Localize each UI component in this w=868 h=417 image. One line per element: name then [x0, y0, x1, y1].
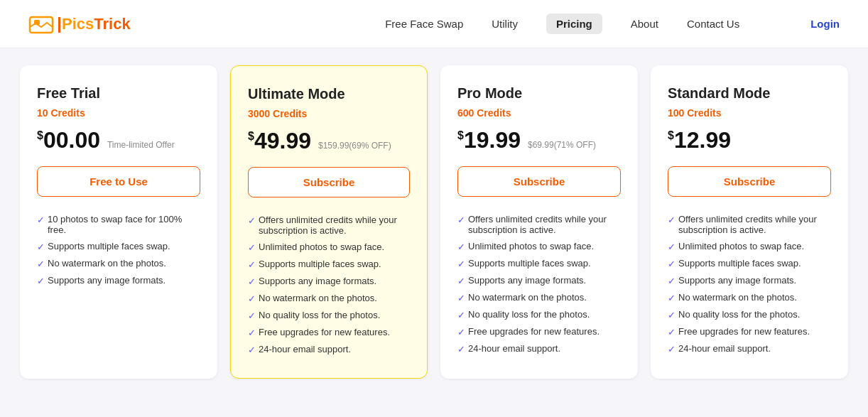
- nav-link-pricing[interactable]: Pricing: [546, 13, 602, 34]
- feature-item: ✓ Supports multiple faces swap.: [668, 258, 831, 269]
- feature-item: ✓ No quality loss for the photos.: [457, 309, 621, 320]
- feature-item: ✓ No quality loss for the photos.: [248, 310, 410, 321]
- check-icon: ✓: [248, 242, 256, 253]
- logo-trick: Trick: [94, 15, 130, 33]
- nav-link-contact[interactable]: Contact Us: [687, 18, 739, 30]
- plan-card-free-trial: Free Trial 10 Credits $00.00 Time-limite…: [20, 65, 217, 379]
- feature-item: ✓ 24-hour email support.: [668, 343, 831, 354]
- feature-text: No quality loss for the photos.: [678, 309, 800, 320]
- feature-text: Supports multiple faces swap.: [259, 259, 381, 269]
- feature-item: ✓ Supports any image formats.: [37, 275, 200, 286]
- nav-link-utility[interactable]: Utility: [492, 18, 518, 30]
- check-icon: ✓: [668, 259, 676, 269]
- feature-item: ✓ No quality loss for the photos.: [668, 309, 831, 320]
- plan-title: Standard Mode: [668, 85, 831, 102]
- feature-text: Supports any image formats.: [678, 275, 796, 286]
- check-icon: ✓: [248, 215, 256, 226]
- plan-price-row: $00.00 Time-limited Offer: [37, 127, 200, 153]
- plan-card-pro-mode: Pro Mode 600 Credits $19.99 $69.99(71% O…: [440, 65, 638, 379]
- nav-item-utility[interactable]: Utility: [492, 18, 518, 31]
- plan-price: $12.99: [668, 127, 731, 153]
- feature-text: Free upgrades for new features.: [468, 326, 600, 337]
- plan-title: Free Trial: [37, 85, 200, 102]
- plan-title: Pro Mode: [457, 85, 621, 102]
- plan-features: ✓ Offers unlimited credits while your su…: [248, 215, 410, 355]
- price-note: Time-limited Offer: [107, 140, 175, 150]
- plan-credits: 10 Credits: [37, 107, 200, 119]
- nav-item-pricing[interactable]: Pricing: [546, 18, 602, 31]
- feature-item: ✓ Offers unlimited credits while your su…: [248, 215, 410, 236]
- feature-text: Supports multiple faces swap.: [678, 258, 801, 269]
- plan-card-standard-mode: Standard Mode 100 Credits $12.99 Subscri…: [651, 65, 848, 379]
- feature-text: Offers unlimited credits while your subs…: [678, 214, 831, 235]
- feature-text: 24-hour email support.: [259, 344, 351, 354]
- feature-item: ✓ Supports multiple faces swap.: [37, 241, 200, 252]
- nav-item-about[interactable]: About: [631, 18, 658, 31]
- check-icon: ✓: [668, 310, 676, 320]
- plan-features: ✓ Offers unlimited credits while your su…: [457, 214, 621, 354]
- check-icon: ✓: [248, 259, 256, 270]
- nav-menu: Free Face Swap Utility Pricing About Con…: [385, 18, 840, 31]
- feature-item: ✓ 24-hour email support.: [248, 344, 410, 355]
- original-price: $159.99(69% OFF): [318, 141, 391, 151]
- feature-item: ✓ Supports any image formats.: [248, 276, 410, 287]
- feature-text: 10 photos to swap face for 100% free.: [48, 214, 200, 235]
- feature-item: ✓ Free upgrades for new features.: [248, 327, 410, 338]
- feature-item: ✓ 10 photos to swap face for 100% free.: [37, 214, 200, 235]
- feature-text: Supports any image formats.: [468, 275, 586, 286]
- feature-text: Supports multiple faces swap.: [468, 258, 591, 269]
- plan-price: $19.99: [457, 127, 521, 153]
- check-icon: ✓: [668, 344, 676, 354]
- check-icon: ✓: [668, 242, 676, 252]
- feature-item: ✓ No watermark on the photos.: [37, 258, 200, 269]
- check-icon: ✓: [248, 276, 256, 287]
- check-icon: ✓: [457, 276, 465, 286]
- plan-credits: 100 Credits: [668, 107, 831, 119]
- feature-text: Free upgrades for new features.: [678, 326, 810, 337]
- feature-text: No watermark on the photos.: [468, 292, 587, 303]
- nav-link-free-face-swap[interactable]: Free Face Swap: [385, 18, 463, 30]
- subscribe-button[interactable]: Subscribe: [668, 166, 831, 197]
- plan-features: ✓ 10 photos to swap face for 100% free. …: [37, 214, 200, 286]
- check-icon: ✓: [457, 259, 465, 269]
- check-icon: ✓: [37, 276, 45, 286]
- feature-item: ✓ Supports multiple faces swap.: [457, 258, 621, 269]
- feature-text: No quality loss for the photos.: [468, 309, 590, 320]
- feature-text: Offers unlimited credits while your subs…: [259, 215, 410, 236]
- check-icon: ✓: [248, 327, 256, 338]
- feature-text: No watermark on the photos.: [259, 293, 377, 303]
- subscribe-button[interactable]: Subscribe: [457, 166, 621, 197]
- feature-text: No watermark on the photos.: [678, 292, 797, 303]
- feature-item: ✓ Offers unlimited credits while your su…: [668, 214, 831, 235]
- feature-item: ✓ 24-hour email support.: [457, 343, 621, 354]
- nav-item-login[interactable]: Login: [768, 18, 840, 31]
- feature-item: ✓ Unlimited photos to swap face.: [457, 241, 621, 252]
- feature-text: Unlimited photos to swap face.: [468, 241, 594, 251]
- plan-credits: 3000 Credits: [248, 108, 410, 119]
- check-icon: ✓: [248, 293, 256, 304]
- check-icon: ✓: [37, 242, 45, 252]
- nav-link-login[interactable]: Login: [810, 18, 840, 30]
- main-content: Free Trial 10 Credits $00.00 Time-limite…: [0, 48, 868, 396]
- feature-text: 24-hour email support.: [678, 343, 771, 354]
- nav-item-contact[interactable]: Contact Us: [687, 18, 739, 31]
- feature-text: No watermark on the photos.: [48, 258, 166, 269]
- logo[interactable]: PicsTrick: [28, 14, 131, 34]
- plan-card-ultimate-mode: Ultimate Mode 3000 Credits $49.99 $159.9…: [230, 65, 428, 379]
- subscribe-button[interactable]: Free to Use: [37, 166, 200, 197]
- subscribe-button[interactable]: Subscribe: [248, 167, 410, 197]
- feature-text: 24-hour email support.: [468, 343, 560, 354]
- feature-item: ✓ Free upgrades for new features.: [457, 326, 621, 337]
- check-icon: ✓: [457, 242, 465, 252]
- check-icon: ✓: [668, 215, 676, 225]
- nav-link-about[interactable]: About: [631, 18, 658, 30]
- plan-title: Ultimate Mode: [248, 86, 410, 102]
- check-icon: ✓: [457, 293, 465, 303]
- check-icon: ✓: [248, 345, 256, 355]
- feature-item: ✓ Supports any image formats.: [457, 275, 621, 286]
- plan-price: $49.99: [248, 128, 311, 154]
- feature-item: ✓ Unlimited photos to swap face.: [248, 242, 410, 253]
- navbar: PicsTrick Free Face Swap Utility Pricing…: [0, 0, 868, 48]
- nav-item-free-face-swap[interactable]: Free Face Swap: [385, 18, 463, 31]
- check-icon: ✓: [37, 259, 45, 269]
